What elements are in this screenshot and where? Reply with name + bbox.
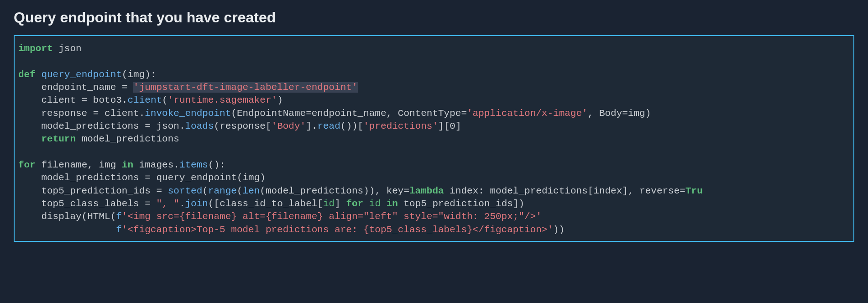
f-prefix: f — [116, 211, 122, 222]
operator: = — [145, 172, 151, 183]
builtin-sorted: sorted — [168, 186, 203, 196]
keyword-in: in — [387, 199, 398, 209]
builtin-id: id — [369, 199, 381, 209]
string-highlighted: 'jumpstart-dft-image-labeller-endpoint' — [133, 82, 357, 93]
operator: = — [145, 199, 151, 209]
dot: . — [179, 199, 185, 209]
code-text: (response[ — [214, 121, 272, 131]
code-text: index: model_predictions[index], reverse — [444, 186, 680, 196]
code-text: top5_class_labels — [18, 199, 145, 209]
code-text: endpoint_name, ContentType — [312, 108, 461, 119]
module-name: json — [53, 43, 82, 54]
string: 'runtime.sagemaker' — [168, 95, 277, 105]
keyword-in: in — [122, 160, 133, 170]
code-text: ] — [335, 199, 346, 209]
operator: = — [145, 121, 151, 131]
string: 'application/x-image' — [467, 108, 588, 119]
code-text: client — [99, 108, 139, 119]
function-name: query_endpoint — [36, 69, 122, 80]
code-text: ] — [455, 121, 461, 131]
paren: ( — [231, 108, 237, 119]
code-text: (model_predictions)), key — [260, 186, 403, 196]
indent — [18, 134, 41, 144]
keyword-import: import — [18, 43, 53, 54]
indent — [18, 225, 116, 235]
code-text: ] — [306, 121, 312, 131]
method-join: join — [185, 199, 208, 209]
keyword-return: return — [41, 134, 76, 144]
builtin-id: id — [323, 199, 335, 209]
keyword-for: for — [18, 160, 36, 170]
keyword-def: def — [18, 69, 36, 80]
code-text: endpoint_name — [18, 82, 122, 93]
param-name: EndpointName — [237, 108, 306, 119]
boolean-true: Tru — [685, 186, 703, 196]
method-name: read — [317, 121, 340, 131]
builtin-range: range — [208, 186, 237, 196]
operator: = — [680, 186, 685, 196]
code-text: ())[ — [340, 121, 363, 131]
code-text: img) — [628, 108, 651, 119]
code-text: ][ — [438, 121, 450, 131]
string: 'predictions' — [363, 121, 438, 131]
operator: = — [622, 108, 628, 119]
code-text: json — [151, 121, 179, 131]
method-name: loads — [185, 121, 214, 131]
code-text: filename, img — [36, 160, 122, 170]
operator: = — [306, 108, 312, 119]
f-prefix: f — [116, 225, 122, 235]
code-block[interactable]: import json def query_endpoint(img): end… — [14, 35, 854, 242]
code-text: query_endpoint(img) — [151, 172, 266, 183]
params: (img): — [122, 69, 157, 80]
method-name: invoke_endpoint — [145, 108, 231, 119]
paren: ) — [277, 95, 283, 105]
code-text: model_predictions — [18, 172, 145, 183]
code-text: , Body — [588, 108, 622, 119]
string: 'Body' — [272, 121, 306, 131]
operator: = — [156, 186, 162, 196]
operator: = — [403, 186, 409, 196]
builtin-len: len — [243, 186, 260, 196]
dot: . — [312, 121, 318, 131]
paren: ( — [237, 186, 243, 196]
dot: . — [122, 95, 128, 105]
method-name: items — [179, 160, 208, 170]
notebook-cell: Query endpoint that you have created imp… — [0, 0, 868, 251]
f-string: '<figcaption>Top-5 model predictions are… — [122, 225, 553, 235]
operator: = — [93, 108, 99, 119]
space — [127, 82, 133, 93]
space — [381, 199, 387, 209]
dot: . — [173, 160, 179, 170]
operator: = — [461, 108, 467, 119]
code-text: images — [133, 160, 173, 170]
dot: . — [179, 121, 185, 131]
dot: . — [139, 108, 145, 119]
code-text: display(HTML( — [18, 211, 116, 222]
method-name: client — [127, 95, 162, 105]
paren: ( — [202, 186, 208, 196]
operator: = — [122, 82, 128, 93]
number: 0 — [450, 121, 455, 131]
code-text: ([class_id_to_label[ — [208, 199, 323, 209]
code-text: response — [18, 108, 93, 119]
operator: = — [82, 95, 88, 105]
code-text: boto3 — [87, 95, 122, 105]
code-text: model_predictions — [76, 134, 179, 144]
space — [363, 199, 369, 209]
f-string: '<img src={filename} alt={filename} alig… — [122, 211, 542, 222]
cell-heading: Query endpoint that you have created — [14, 9, 854, 26]
paren: )) — [553, 225, 565, 235]
code-text: top5_prediction_ids — [18, 186, 156, 196]
paren: ( — [162, 95, 168, 105]
code-text: model_predictions — [18, 121, 145, 131]
keyword-for: for — [346, 199, 363, 209]
space — [162, 186, 168, 196]
keyword-lambda: lambda — [409, 186, 444, 196]
code-text: (): — [208, 160, 225, 170]
code-text: client — [18, 95, 82, 105]
code-text: top5_prediction_ids]) — [398, 199, 524, 209]
string: ", " — [156, 199, 179, 209]
space — [151, 199, 157, 209]
